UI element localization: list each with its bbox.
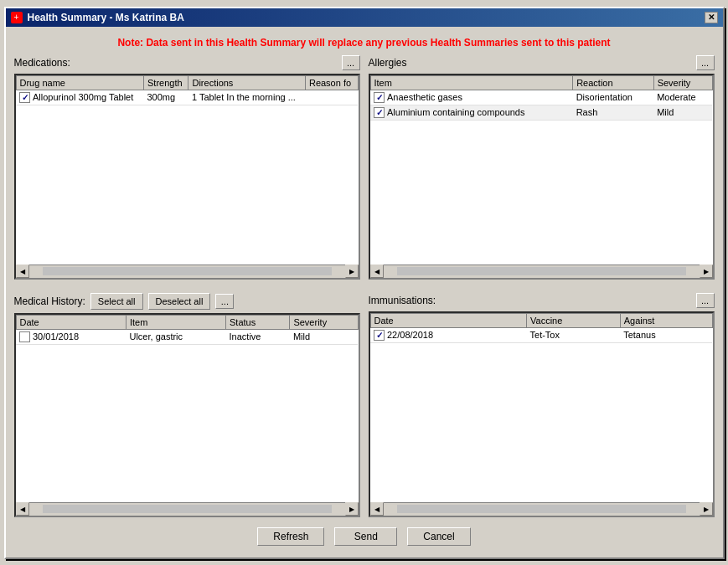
allergy-item: Aluminium containing compounds <box>370 105 573 120</box>
immunisation-row[interactable]: 22/08/2018 Tet-Tox Tetanus <box>370 327 712 342</box>
mh-date: 30/01/2018 <box>16 329 126 344</box>
col-vaccine: Vaccine <box>527 313 621 327</box>
medications-table: Drug name Strength Directions Reason fo … <box>16 75 359 105</box>
medications-header-row: Drug name Strength Directions Reason fo <box>16 75 358 90</box>
medical-history-row[interactable]: 30/01/2018 Ulcer, gastric Inactive Mild <box>16 329 358 344</box>
refresh-button[interactable]: Refresh <box>257 527 324 546</box>
allergies-menu-button[interactable]: ... <box>696 55 715 70</box>
medications-section: Medications: ... Drug name Strength Dire… <box>14 55 360 280</box>
send-button[interactable]: Send <box>334 527 397 546</box>
col-reaction: Reaction <box>573 75 653 90</box>
medical-history-scroll-right[interactable]: ▶ <box>345 502 359 516</box>
col-directions: Directions <box>188 75 305 90</box>
immunisations-menu-button[interactable]: ... <box>696 293 715 308</box>
immunisations-table: Date Vaccine Against 22/08/2018 Tet-Tox <box>370 313 713 343</box>
allergy-reaction: Disorientation <box>573 90 653 105</box>
immunisations-scrollbar: ◀ ▶ <box>370 502 713 516</box>
allergies-section: Allergies ... Item Reaction Severity <box>369 55 715 280</box>
allergies-scrollbar: ◀ ▶ <box>370 265 713 278</box>
medications-scroll-right[interactable]: ▶ <box>345 265 359 278</box>
medical-history-scroll-track[interactable] <box>43 505 332 513</box>
allergies-header: Allergies ... <box>369 55 715 70</box>
allergies-table-container: Item Reaction Severity Anaesthetic gases… <box>369 74 715 280</box>
title-bar-left: + Health Summary - Ms Katrina BA <box>11 12 184 23</box>
allergy-item: Anaesthetic gases <box>370 90 573 105</box>
immun-against: Tetanus <box>620 327 712 342</box>
allergy-severity: Moderate <box>653 90 712 105</box>
select-all-button[interactable]: Select all <box>90 293 143 310</box>
allergy-severity: Mild <box>653 105 712 120</box>
col-severity: Severity <box>290 315 358 329</box>
col-against: Against <box>620 313 712 327</box>
col-date: Date <box>16 315 126 329</box>
allergies-scroll-track[interactable] <box>397 267 686 275</box>
medical-history-scrollbar: ◀ ▶ <box>16 502 359 516</box>
medications-scroll-track[interactable] <box>43 267 332 275</box>
medical-history-header: Medical History: Select all Deselect all… <box>14 293 360 310</box>
footer: Refresh Send Cancel <box>14 521 715 551</box>
medical-history-menu-button[interactable]: ... <box>215 294 234 309</box>
immunisations-scroll-left[interactable]: ◀ <box>370 502 384 516</box>
med-reason <box>305 90 358 105</box>
title-bar: + Health Summary - Ms Katrina BA ✕ <box>6 8 723 27</box>
col-reason: Reason fo <box>305 75 358 90</box>
allergies-scroll-left[interactable]: ◀ <box>370 265 384 278</box>
immun-checkbox[interactable] <box>374 330 385 341</box>
immunisations-header: Immunisations: ... <box>369 293 715 308</box>
col-item: Item <box>126 315 225 329</box>
medications-scrollbar: ◀ ▶ <box>16 265 359 278</box>
mh-severity: Mild <box>290 329 358 344</box>
medical-history-scroll-left[interactable]: ◀ <box>16 502 29 516</box>
immunisations-scroll-track[interactable] <box>397 505 686 513</box>
bottom-sections: Medical History: Select all Deselect all… <box>14 293 715 517</box>
col-strength: Strength <box>144 75 188 90</box>
mh-status: Inactive <box>226 329 290 344</box>
col-status: Status <box>226 315 290 329</box>
col-drug-name: Drug name <box>16 75 144 90</box>
warning-message: Note: Data sent in this Health Summary w… <box>14 33 715 52</box>
allergy-row[interactable]: Aluminium containing compounds Rash Mild <box>370 105 712 120</box>
medications-scroll-left[interactable]: ◀ <box>16 265 29 278</box>
allergies-header-row: Item Reaction Severity <box>370 75 712 90</box>
col-date: Date <box>370 313 527 327</box>
window-title: Health Summary - Ms Katrina BA <box>28 12 184 23</box>
divider <box>14 283 715 290</box>
allergy-checkbox[interactable] <box>374 92 385 103</box>
medications-menu-button[interactable]: ... <box>342 55 360 70</box>
immunisations-header-row: Date Vaccine Against <box>370 313 712 327</box>
col-item: Item <box>370 75 573 90</box>
immunisations-scroll-wrap: Date Vaccine Against 22/08/2018 Tet-Tox <box>370 313 713 502</box>
med-drug-name: Allopurinol 300mg Tablet <box>16 90 144 105</box>
allergies-scroll-wrap: Item Reaction Severity Anaesthetic gases… <box>370 75 713 265</box>
med-checkbox[interactable] <box>19 92 30 103</box>
medical-history-header-row: Date Item Status Severity <box>16 315 358 329</box>
medications-row[interactable]: Allopurinol 300mg Tablet 300mg 1 Tablet … <box>16 90 358 105</box>
med-directions: 1 Tablet In the morning ... <box>188 90 305 105</box>
med-strength: 300mg <box>144 90 188 105</box>
allergy-checkbox[interactable] <box>374 107 385 118</box>
immun-date: 22/08/2018 <box>370 327 527 342</box>
close-button[interactable]: ✕ <box>705 12 718 23</box>
window-icon: + <box>11 12 23 23</box>
immunisations-label: Immunisations: <box>369 295 436 306</box>
immunisations-scroll-right[interactable]: ▶ <box>700 502 713 516</box>
immun-vaccine: Tet-Tox <box>527 327 621 342</box>
immunisations-section: Immunisations: ... Date Vaccine Against <box>369 293 715 517</box>
cancel-button[interactable]: Cancel <box>407 527 470 546</box>
col-severity: Severity <box>653 75 712 90</box>
mh-checkbox[interactable] <box>19 331 30 342</box>
medical-history-table-container: Date Item Status Severity 30/01/2018 <box>14 313 360 517</box>
immunisations-table-container: Date Vaccine Against 22/08/2018 Tet-Tox <box>369 311 715 517</box>
allergies-label: Allergies <box>369 57 407 69</box>
medications-label: Medications: <box>14 57 70 69</box>
deselect-all-button[interactable]: Deselect all <box>148 293 211 310</box>
mh-item: Ulcer, gastric <box>126 329 225 344</box>
allergy-row[interactable]: Anaesthetic gases Disorientation Moderat… <box>370 90 712 105</box>
allergies-table: Item Reaction Severity Anaesthetic gases… <box>370 75 713 121</box>
window-content: Note: Data sent in this Health Summary w… <box>6 27 723 557</box>
main-window: + Health Summary - Ms Katrina BA ✕ Note:… <box>4 7 725 559</box>
medical-history-section: Medical History: Select all Deselect all… <box>14 293 360 517</box>
allergies-scroll-right[interactable]: ▶ <box>700 265 713 278</box>
medical-history-label: Medical History: <box>14 295 85 307</box>
medical-history-scroll-wrap: Date Item Status Severity 30/01/2018 <box>16 315 359 502</box>
